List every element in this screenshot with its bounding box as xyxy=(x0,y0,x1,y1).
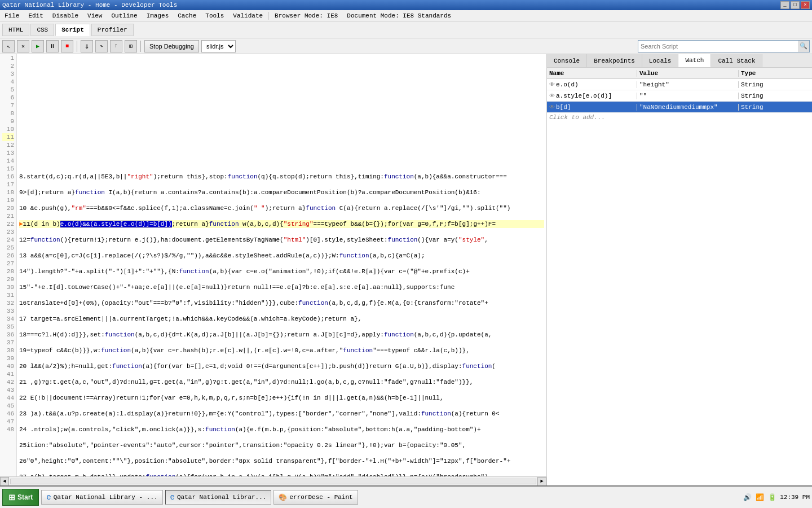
tab-html[interactable]: HTML xyxy=(2,24,29,36)
scroll-right-button[interactable]: ► xyxy=(537,477,546,486)
search-container: 🔍 xyxy=(638,40,810,52)
close-tool-button[interactable]: ✕ xyxy=(17,40,29,52)
code-area[interactable]: 1 2 3 4 5 6 7 8 9 10 11 12 13 14 15 16 1… xyxy=(0,54,546,476)
watch-cell-type-3: String xyxy=(739,104,812,111)
code-line-21: 21 ,g)?g:t.get(a,c,"out",d)?d:null,g=t.g… xyxy=(19,378,544,386)
system-tray: 🔊 📶 🔋 12:39 PM xyxy=(743,493,810,502)
menu-disable[interactable]: Disable xyxy=(48,10,83,21)
file-selector[interactable]: slidr.js xyxy=(201,40,236,52)
tab-call-stack[interactable]: Call Stack xyxy=(711,54,762,67)
code-line-10: 10 &c.push(g),"rm"===b&&0<=f&&c.splice(f… xyxy=(19,204,544,212)
code-line-6 xyxy=(19,141,544,149)
menu-sep xyxy=(268,12,269,20)
code-line-4 xyxy=(19,110,544,117)
eye-icon-2: 👁 xyxy=(549,93,555,99)
watch-cell-name-3: 👁 b[d] xyxy=(547,104,637,111)
watch-cell-value-2: "" xyxy=(637,93,739,99)
code-line-11: ►11(d in b)e.o(d)&&(a.style[e.o(d)]=b[d]… xyxy=(19,220,544,228)
code-line-14: 14").length?"-"+a.split("-")[1]+":"+""},… xyxy=(19,268,544,275)
tab-script[interactable]: Script xyxy=(55,24,90,36)
scroll-left-button[interactable]: ◄ xyxy=(0,477,9,486)
code-line-23: 23 )a).t&&(a.u?p.create(a):l.display(a)}… xyxy=(19,410,544,418)
code-line-17: 17 target=a.srcElement|||a.currentTarget… xyxy=(19,315,544,323)
watch-name-2: a.style[e.o(d)] xyxy=(556,93,612,99)
line-numbers: 1 2 3 4 5 6 7 8 9 10 11 12 13 14 15 16 1… xyxy=(0,54,17,476)
step-into-button[interactable]: ⇓ xyxy=(81,40,93,52)
menu-edit[interactable]: Edit xyxy=(24,10,47,21)
clock: 12:39 PM xyxy=(780,493,810,501)
code-line-9: 9>[d];return a}function I(a,b){return a.… xyxy=(19,189,544,196)
step-out-button[interactable]: ↑ xyxy=(110,40,122,52)
menu-view[interactable]: View xyxy=(83,10,107,21)
menu-images[interactable]: Images xyxy=(142,10,174,21)
watch-cell-value-1: "height" xyxy=(637,81,739,88)
stop-debugging-button[interactable]: Stop Debugging xyxy=(144,40,199,52)
minimize-button[interactable]: _ xyxy=(780,1,789,9)
statusbar: ⊞ Start e Qatar National Library - ... e… xyxy=(0,485,812,508)
ie-icon-1: e xyxy=(46,493,51,502)
pointer-tool-button[interactable]: ↖ xyxy=(2,40,15,52)
eye-icon-3: 👁 xyxy=(549,104,555,111)
main-content: 1 2 3 4 5 6 7 8 9 10 11 12 13 14 15 16 1… xyxy=(0,54,812,485)
tray-icons: 🔊 📶 🔋 xyxy=(743,493,776,502)
maximize-button[interactable]: □ xyxy=(791,1,800,9)
watch-cell-type-1: String xyxy=(739,81,812,88)
watch-row-2: 👁 a.style[e.o(d)] "" String xyxy=(547,90,812,102)
code-line-12: 12=function(){return!1};return e.j()},ha… xyxy=(19,236,544,244)
watch-cell-value-3: "NaN0mediummediummpx" xyxy=(637,104,739,111)
search-input[interactable] xyxy=(638,43,798,50)
pause-button[interactable]: ⏸ xyxy=(46,40,59,52)
menu-document-mode[interactable]: Document Mode: IE8 Standards xyxy=(342,10,456,21)
taskbar-item-1[interactable]: e Qatar National Library - ... xyxy=(41,490,162,505)
menu-tools[interactable]: Tools xyxy=(201,10,228,21)
tab-profiler[interactable]: Profiler xyxy=(91,24,134,36)
tab-locals[interactable]: Locals xyxy=(642,54,679,67)
menu-cache[interactable]: Cache xyxy=(173,10,201,21)
code-line-16: 16translate+d[0]+(0%),(opacity:"out"===b… xyxy=(19,299,544,307)
start-button[interactable]: ⊞ Start xyxy=(2,489,39,506)
menu-outline[interactable]: Outline xyxy=(107,10,142,21)
code-line-24: 24 .ntrols);w(a.controls,"click",m.oncli… xyxy=(19,426,544,433)
watch-name-1: e.o(d) xyxy=(556,81,579,88)
add-watch-row[interactable]: Click to add... xyxy=(547,113,812,122)
stop-button[interactable]: ■ xyxy=(61,40,73,52)
taskbar-label-2: Qatar National Librar... xyxy=(177,494,266,501)
code-line-25: 25ition:"absolute","pointer-events":"aut… xyxy=(19,441,544,449)
close-button[interactable]: × xyxy=(801,1,810,9)
breakpoint-button[interactable]: ⊞ xyxy=(125,40,137,52)
horizontal-scrollbar[interactable]: ◄ ► xyxy=(0,476,546,485)
tab-css[interactable]: CSS xyxy=(30,24,54,36)
tab-console[interactable]: Console xyxy=(547,54,587,67)
menu-browser-mode[interactable]: Browser Mode: IE8 xyxy=(270,10,342,21)
watch-cell-type-2: String xyxy=(739,93,812,99)
code-line-7 xyxy=(19,157,544,165)
tab-breakpoints[interactable]: Breakpoints xyxy=(587,54,642,67)
search-button[interactable]: 🔍 xyxy=(798,41,809,52)
watch-name-3: b[d] xyxy=(556,104,571,111)
clock-time: 12:39 PM xyxy=(780,493,810,501)
step-over-button[interactable]: ↷ xyxy=(95,40,108,52)
menu-validate[interactable]: Validate xyxy=(228,10,267,21)
tab-watch[interactable]: Watch xyxy=(678,54,711,67)
code-line-3 xyxy=(19,94,544,102)
code-editor: 1 2 3 4 5 6 7 8 9 10 11 12 13 14 15 16 1… xyxy=(0,54,547,485)
code-content[interactable]: 8.start(d,c);q.r(d,a||5E3,b||"right");re… xyxy=(17,54,546,476)
menubar: File Edit Disable View Outline Images Ca… xyxy=(0,10,812,21)
titlebar-controls[interactable]: _ □ × xyxy=(780,1,810,9)
scroll-track[interactable] xyxy=(10,479,536,484)
code-line-5 xyxy=(19,125,544,133)
code-line-2 xyxy=(19,78,544,86)
taskbar-item-3[interactable]: 🎨 errorDesc - Paint xyxy=(273,490,358,505)
code-line-20: 20 l&&(a/2}%);h=null,get:function(a){for… xyxy=(19,362,544,370)
taskbar-label-1: Qatar National Library - ... xyxy=(54,494,158,501)
taskbar-item-2[interactable]: e Qatar National Librar... xyxy=(165,490,272,505)
code-line-13: 13 a&&(a=c[0],c=J(c[1].replace(/(;?\s?)$… xyxy=(19,252,544,260)
sep2 xyxy=(140,41,141,52)
menu-file[interactable]: File xyxy=(0,10,24,21)
play-button[interactable]: ▶ xyxy=(32,40,44,52)
eye-icon-1: 👁 xyxy=(549,81,555,88)
watch-cell-name-2: 👁 a.style[e.o(d)] xyxy=(547,93,637,99)
code-line-1 xyxy=(19,62,544,70)
sep1 xyxy=(77,41,77,52)
code-line-8: 8.start(d,c);q.r(d,a||5E3,b||"right");re… xyxy=(19,173,544,181)
